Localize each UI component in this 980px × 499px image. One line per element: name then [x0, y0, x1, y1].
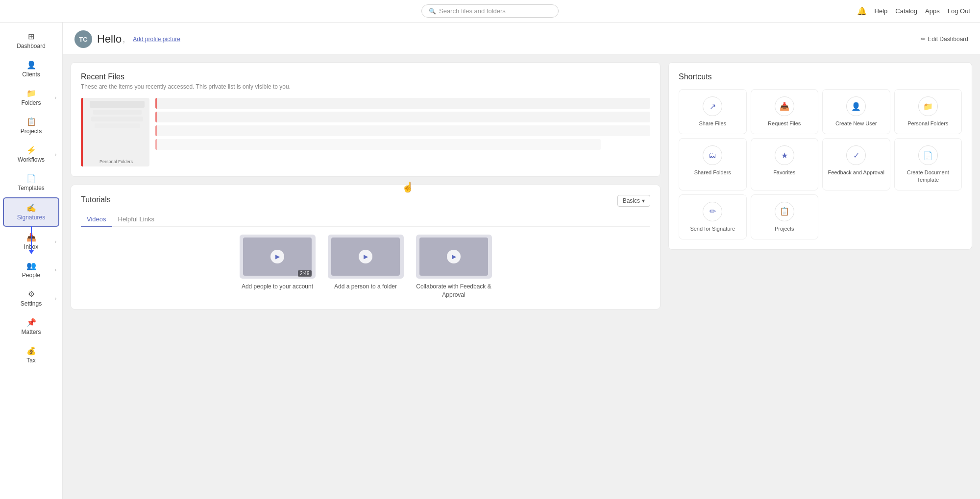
favorites-icon: ★ — [775, 145, 794, 165]
sidebar: ⊞ Dashboard 👤 Clients 📁 Folders › 📋 Proj… — [0, 23, 63, 499]
sidebar-item-projects[interactable]: 📋 Projects — [3, 112, 59, 140]
send-signature-icon: ✏ — [703, 202, 722, 221]
play-button[interactable]: ▶ — [447, 250, 461, 263]
clients-icon: 👤 — [26, 60, 36, 70]
settings-icon: ⚙ — [28, 289, 35, 299]
sidebar-item-tax[interactable]: 💰 Tax — [3, 341, 59, 369]
projects-shortcut-icon: 📋 — [775, 202, 794, 221]
sidebar-item-inbox[interactable]: 📥 Inbox › — [3, 228, 59, 255]
sidebar-item-label: Workflows — [18, 156, 45, 163]
shortcut-create-doc-template[interactable]: 📄 Create Document Template — [894, 138, 962, 190]
logout-link[interactable]: Log Out — [948, 7, 970, 15]
edit-dashboard-label: Edit Dashboard — [928, 36, 968, 43]
share-files-icon: ↗ — [703, 96, 722, 116]
video-thumbnail: ▶ — [328, 235, 404, 279]
shortcuts-card: Shortcuts ↗ Share Files 📥 Request Files … — [668, 62, 972, 250]
apps-link[interactable]: Apps — [925, 7, 940, 15]
tutorial-video-collaborate[interactable]: ▶ Collaborate with Feedback & Approval — [415, 235, 493, 299]
help-link[interactable]: Help — [875, 7, 888, 15]
search-bar[interactable]: 🔍 Search files and folders — [421, 4, 559, 18]
matters-icon: 📌 — [26, 318, 36, 327]
shortcut-label: Projects — [775, 225, 794, 232]
file-list — [155, 98, 650, 166]
main-layout: ⊞ Dashboard 👤 Clients 📁 Folders › 📋 Proj… — [0, 23, 980, 499]
doc-template-icon: 📄 — [918, 145, 938, 165]
basics-label: Basics — [623, 197, 640, 204]
play-button[interactable]: ▶ — [359, 250, 372, 263]
shortcuts-title: Shortcuts — [679, 72, 962, 81]
file-thumbnail[interactable]: Personal Folders — [81, 98, 149, 166]
sidebar-item-label: Clients — [22, 71, 40, 78]
sidebar-item-templates[interactable]: 📄 Templates — [3, 169, 59, 196]
shortcut-favorites[interactable]: ★ Favorites — [751, 138, 819, 190]
projects-icon: 📋 — [26, 117, 36, 126]
avatar: TC — [74, 30, 92, 48]
inbox-icon: 📥 — [26, 233, 36, 242]
nav-center: 🔍 Search files and folders — [330, 4, 650, 18]
tutorials-title: Tutorials — [81, 195, 111, 204]
shortcut-label: Share Files — [699, 120, 726, 127]
sidebar-item-label: Signatures — [17, 214, 45, 221]
play-button[interactable]: ▶ — [270, 250, 284, 263]
folders-icon: 📁 — [26, 89, 36, 98]
chevron-right-icon: › — [55, 152, 56, 157]
tutorials-card: Tutorials Basics ▾ Videos Helpful Links — [71, 185, 661, 309]
sidebar-item-label: Projects — [21, 128, 42, 135]
signatures-icon: ✍ — [26, 203, 36, 213]
request-files-icon: 📥 — [775, 96, 794, 116]
people-icon: 👥 — [26, 261, 36, 270]
sidebar-item-label: Templates — [18, 185, 45, 191]
shortcut-feedback-approval[interactable]: ✓ Feedback and Approval — [822, 138, 890, 190]
video-label: Add a person to a folder — [334, 283, 397, 291]
nav-right: 🔔 Help Catalog Apps Log Out — [650, 6, 970, 16]
search-placeholder: Search files and folders — [439, 7, 506, 15]
tutorial-video-add-person-folder[interactable]: ▶ Add a person to a folder — [326, 235, 405, 299]
add-profile-link[interactable]: Add profile picture — [133, 36, 180, 43]
shortcut-send-signature[interactable]: ✏ Send for Signature — [679, 194, 747, 239]
personal-folders-icon: 📁 — [918, 96, 938, 116]
shared-folders-icon: 🗂 — [703, 145, 722, 165]
shortcut-personal-folders[interactable]: 📁 Personal Folders — [894, 89, 962, 134]
shortcut-label: Request Files — [768, 120, 801, 127]
two-column-layout: Recent Files These are the items you rec… — [63, 54, 980, 499]
chevron-right-icon: › — [55, 239, 56, 244]
basics-filter-button[interactable]: Basics ▾ — [617, 195, 650, 207]
sidebar-item-people[interactable]: 👥 People › — [3, 256, 59, 284]
sidebar-item-workflows[interactable]: ⚡ Workflows › — [3, 141, 59, 168]
sidebar-item-signatures[interactable]: ✍ Signatures — [3, 197, 59, 227]
sidebar-item-label: Tax — [26, 357, 36, 364]
shortcut-label: Favorites — [773, 169, 795, 176]
video-inner: ▶ — [331, 238, 400, 276]
shortcut-share-files[interactable]: ↗ Share Files — [679, 89, 747, 134]
tab-helpful-links[interactable]: Helpful Links — [112, 213, 160, 227]
edit-dashboard-button[interactable]: ✏ Edit Dashboard — [921, 36, 968, 43]
recent-files-subtitle: These are the items you recently accesse… — [81, 83, 650, 90]
shortcut-projects[interactable]: 📋 Projects — [751, 194, 819, 239]
shortcut-request-files[interactable]: 📥 Request Files — [751, 89, 819, 134]
shortcut-create-new-user[interactable]: 👤 Create New User — [822, 89, 890, 134]
tab-videos[interactable]: Videos — [81, 213, 112, 227]
sidebar-item-dashboard[interactable]: ⊞ Dashboard — [3, 27, 59, 54]
notification-bell-icon[interactable]: 🔔 — [857, 6, 867, 16]
sidebar-item-folders[interactable]: 📁 Folders › — [3, 84, 59, 111]
shortcut-label: Create Document Template — [899, 169, 958, 183]
sidebar-item-clients[interactable]: 👤 Clients — [3, 55, 59, 83]
sidebar-item-label: Dashboard — [17, 43, 46, 49]
video-inner: ▶ — [419, 238, 488, 276]
catalog-link[interactable]: Catalog — [895, 7, 917, 15]
shortcut-label: Create New User — [835, 120, 877, 127]
sidebar-item-matters[interactable]: 📌 Matters — [3, 313, 59, 340]
dashboard-icon: ⊞ — [28, 32, 34, 41]
feedback-icon: ✓ — [846, 145, 866, 165]
templates-icon: 📄 — [26, 174, 36, 183]
tax-icon: 💰 — [26, 346, 36, 356]
sidebar-item-label: Settings — [21, 300, 42, 307]
right-column: Shortcuts ↗ Share Files 📥 Request Files … — [668, 62, 972, 491]
sidebar-item-settings[interactable]: ⚙ Settings › — [3, 285, 59, 312]
shortcut-shared-folders[interactable]: 🗂 Shared Folders — [679, 138, 747, 190]
video-duration: 2:49 — [298, 270, 311, 277]
sidebar-item-label: People — [22, 272, 40, 279]
tutorial-video-add-people[interactable]: ▶ 2:49 Add people to your account — [238, 235, 317, 299]
chevron-down-icon: ▾ — [642, 197, 645, 204]
video-thumbnail: ▶ — [416, 235, 492, 279]
